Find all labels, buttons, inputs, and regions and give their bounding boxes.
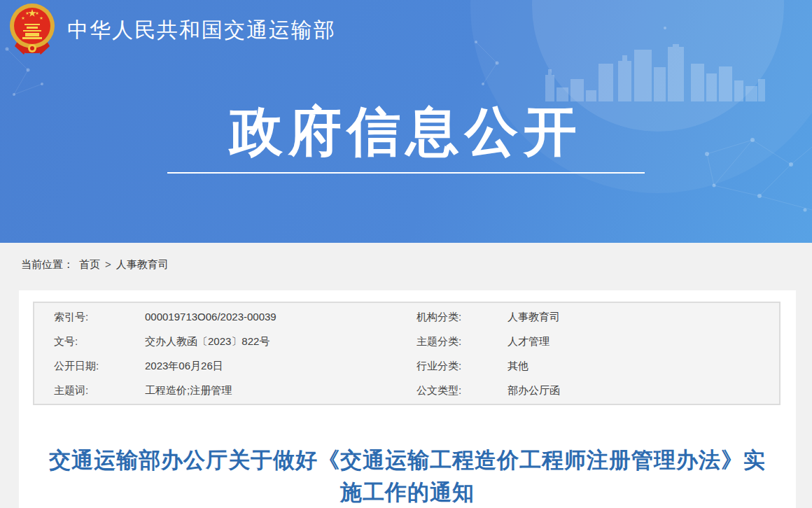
banner-heading-block: 政府信息公开 xyxy=(0,99,812,174)
doc-info-row: 主题词: 工程造价;注册管理 公文类型: 部办公厅函 xyxy=(34,378,779,402)
info-value: 部办公厅函 xyxy=(507,378,779,402)
content-card: 索引号: 000019713O06/2023-00039 机构分类: 人事教育司… xyxy=(19,290,796,508)
doc-info-row: 索引号: 000019713O06/2023-00039 机构分类: 人事教育司 xyxy=(34,304,779,329)
city-skyline-graphic xyxy=(542,44,766,104)
article-title: 交通运输部办公厅关于做好《交通运输工程造价工程师注册管理办法》实施工作的通知 xyxy=(40,444,775,508)
banner: 中华人民共和国交通运输部 政府信息公开 xyxy=(0,0,812,243)
info-value: 交办人教函〔2023〕822号 xyxy=(145,329,416,353)
banner-title: 政府信息公开 xyxy=(0,99,812,163)
breadcrumb-separator: > xyxy=(105,258,111,270)
doc-info-row: 公开日期: 2023年06月26日 行业分类: 其他 xyxy=(34,353,779,378)
info-value: 人才管理 xyxy=(507,329,779,353)
info-label: 公文类型: xyxy=(416,378,507,402)
info-label: 公开日期: xyxy=(54,353,145,378)
info-value: 2023年06月26日 xyxy=(145,353,416,378)
info-value: 000019713O06/2023-00039 xyxy=(145,304,416,329)
banner-underline xyxy=(167,172,645,174)
breadcrumb-label: 当前位置： xyxy=(21,258,74,270)
info-value: 人事教育司 xyxy=(507,304,779,329)
info-value: 其他 xyxy=(507,353,779,378)
doc-info-table: 索引号: 000019713O06/2023-00039 机构分类: 人事教育司… xyxy=(33,302,780,405)
info-label: 机构分类: xyxy=(416,304,507,329)
site-brand[interactable]: 中华人民共和国交通运输部 xyxy=(8,2,336,55)
info-label: 文号: xyxy=(54,329,145,353)
info-value: 工程造价;注册管理 xyxy=(145,378,416,402)
breadcrumb: 当前位置：首页>人事教育司 xyxy=(0,243,812,271)
info-label: 行业分类: xyxy=(416,353,507,378)
info-label: 索引号: xyxy=(54,304,145,329)
info-label: 主题分类: xyxy=(416,329,507,353)
doc-info-row: 文号: 交办人教函〔2023〕822号 主题分类: 人才管理 xyxy=(34,329,779,353)
site-title: 中华人民共和国交通运输部 xyxy=(67,16,336,45)
info-label: 主题词: xyxy=(54,378,145,402)
breadcrumb-dept-link[interactable]: 人事教育司 xyxy=(116,258,169,270)
page: 中华人民共和国交通运输部 政府信息公开 当前位置：首页>人事教育司 索引号: 0… xyxy=(0,0,812,508)
national-emblem-icon xyxy=(8,2,56,55)
breadcrumb-home-link[interactable]: 首页 xyxy=(79,258,100,270)
